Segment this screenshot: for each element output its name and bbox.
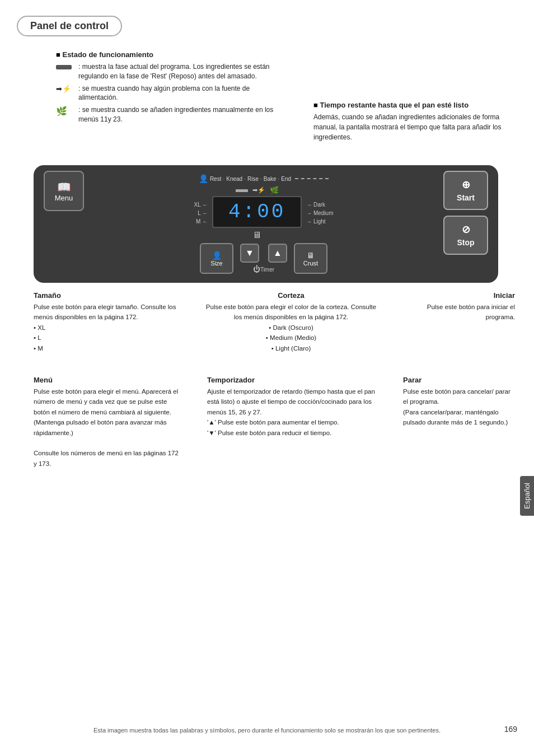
panel-inner: 📖 Menu 👤 Rest · Knead · Rise · Bake · En…: [44, 171, 488, 277]
size-m-indicator: M ←: [196, 218, 208, 225]
crust-medium-indicator: → Medium: [306, 210, 333, 216]
corteza-dark: Dark (Oscuro): [204, 323, 378, 333]
estado-item-1: : muestra la fase actual del programa. L…: [56, 62, 280, 81]
phase-rest: Rest: [210, 176, 222, 182]
bottom-labels-row: Menú Pulse este botón para elegir el men…: [34, 376, 515, 469]
temporizador-down-text: '▼' Pulse este botón para reducir el tie…: [207, 430, 331, 436]
display-row: XL ← L ← M ← ➡⚡ 🌿 4:00: [194, 186, 334, 240]
menu-button[interactable]: 📖 Menu: [44, 171, 84, 211]
tamanio-xl: XL: [34, 323, 179, 333]
phase-bake: Bake: [264, 176, 277, 182]
start-label: Start: [457, 193, 475, 202]
temporizador-title: Temporizador: [207, 376, 375, 384]
start-icon: ⊕: [462, 179, 470, 191]
stop-label: Stop: [457, 238, 474, 247]
estado-item-3: 🌿 : se muestra cuando se añaden ingredie…: [56, 105, 280, 124]
panel-center: 👤 Rest · Knead · Rise · Bake · End XL ← …: [88, 171, 439, 277]
corteza-light: Light (Claro): [204, 343, 378, 353]
callout-section: Tamaño Pulse este botón para elegir tama…: [34, 291, 515, 469]
tiempo-title: Tiempo restante hasta que el pan esté li…: [313, 101, 504, 109]
size-label: Size: [210, 260, 222, 267]
page-number: 169: [504, 725, 517, 734]
phase-end: End: [281, 176, 291, 182]
corteza-body: Pulse este botón para elegir el color de…: [204, 302, 378, 353]
stop-button[interactable]: ⊘ Stop: [443, 216, 488, 255]
timer-group: ▼ ▲ ⏻Timer: [240, 244, 287, 273]
start-stop-col: ⊕ Start ⊘ Stop: [443, 171, 488, 277]
timer-up-button[interactable]: ▲: [268, 244, 287, 263]
status-icon-bar: [236, 187, 248, 194]
status-icon-plant: 🌿: [270, 186, 279, 194]
tamanio-l: L: [34, 333, 179, 343]
temporizador-col: Temporizador Ajuste el temporizador de r…: [207, 376, 375, 469]
timer-label: ⏻Timer: [253, 265, 274, 273]
size-indicators: XL ← L ← M ←: [194, 202, 208, 225]
parar-col: Parar Pulse este botón para cancelar/ pa…: [403, 376, 515, 469]
phase-knead: Knead: [226, 176, 242, 182]
corteza-col: Corteza Pulse este botón para elegir el …: [204, 291, 378, 353]
estado-section: Estado de funcionamiento : muestra la fa…: [56, 50, 280, 127]
estado-text-1: : muestra la fase actual del programa. L…: [78, 62, 280, 81]
crust-indicators: → Dark → Medium → Light: [306, 202, 333, 225]
espanol-tab: Español: [520, 476, 534, 516]
estado-icon-2: ➡⚡: [56, 84, 76, 94]
size-person-icon: 👤: [212, 251, 222, 260]
timer-btn-row: ▼ ▲: [240, 244, 287, 263]
tamanio-title: Tamaño: [34, 291, 179, 300]
lcd-display: 4:00: [212, 196, 302, 228]
tamanio-col: Tamaño Pulse este botón para elegir tama…: [34, 291, 179, 353]
menu-title: Menú: [34, 376, 179, 384]
menu-label: Menu: [55, 194, 73, 202]
iniciar-body: Pulse este botón para iniciar el program…: [403, 302, 515, 323]
size-xl-indicator: XL ←: [194, 202, 208, 208]
tiempo-text: Además, cuando se añadan ingredientes ad…: [313, 112, 504, 142]
status-icon-arrow: ➡⚡: [252, 186, 265, 194]
size-button[interactable]: 👤 Size: [200, 243, 233, 274]
book-icon: 📖: [57, 180, 71, 194]
bottom-controls-row: 👤 Size ▼ ▲ ⏻Timer 🖥 Crust: [200, 243, 327, 274]
menu-body: Pulse este botón para elegir el menú. Ap…: [34, 386, 179, 469]
temporizador-up-text: '▲' Pulse este botón para aumentar el ti…: [207, 419, 339, 426]
parar-body: Pulse este botón para cancelar/ parar el…: [403, 386, 515, 428]
crust-label: Crust: [303, 260, 318, 267]
footer-note: Esta imagen muestra todas las palabras y…: [0, 727, 534, 734]
start-button[interactable]: ⊕ Start: [443, 171, 488, 210]
iniciar-title: Iniciar: [403, 291, 515, 300]
temporizador-body: Ajuste el temporizador de retardo (tiemp…: [207, 386, 375, 438]
estado-title: Estado de funcionamiento: [56, 50, 280, 59]
corteza-title: Corteza: [204, 291, 378, 300]
estado-item-2: ➡⚡ : se muestra cuando hay algún problem…: [56, 84, 280, 103]
tiempo-section: Tiempo restante hasta que el pan esté li…: [313, 101, 504, 142]
phase-row: 👤 Rest · Knead · Rise · Bake · End: [199, 174, 329, 183]
estado-icon-1: [56, 62, 76, 71]
panel-diagram: 📖 Menu 👤 Rest · Knead · Rise · Bake · En…: [34, 165, 498, 283]
crust-button[interactable]: 🖥 Crust: [294, 243, 327, 274]
estado-icon-3: 🌿: [56, 105, 76, 118]
crust-screen-icon: 🖥: [307, 251, 315, 260]
iniciar-col: Iniciar Pulse este botón para iniciar el…: [403, 291, 515, 353]
estado-text-3: : se muestra cuando se añaden ingredient…: [78, 105, 280, 124]
crust-light-indicator: → Light: [306, 218, 333, 225]
screen-icon-bottom: 🖥: [252, 230, 261, 240]
phase-rise: Rise: [247, 176, 259, 182]
timer-down-button[interactable]: ▼: [240, 244, 259, 263]
person-icon-left: 👤: [199, 174, 208, 183]
menu-col: Menú Pulse este botón para elegir el men…: [34, 376, 179, 469]
corteza-medium: Medium (Medio): [204, 333, 378, 343]
tamanio-body: Pulse este botón para elegir tamaño. Con…: [34, 302, 179, 353]
parar-title: Parar: [403, 376, 515, 384]
stop-icon: ⊘: [462, 223, 470, 236]
page-title: Panel de control: [17, 16, 122, 36]
estado-text-2: : se muestra cuando hay algún problema c…: [78, 84, 280, 103]
size-l-indicator: L ←: [198, 210, 208, 216]
top-labels-row: Tamaño Pulse este botón para elegir tama…: [34, 291, 515, 353]
crust-dark-indicator: → Dark: [306, 202, 333, 208]
tamanio-m: M: [34, 343, 179, 353]
